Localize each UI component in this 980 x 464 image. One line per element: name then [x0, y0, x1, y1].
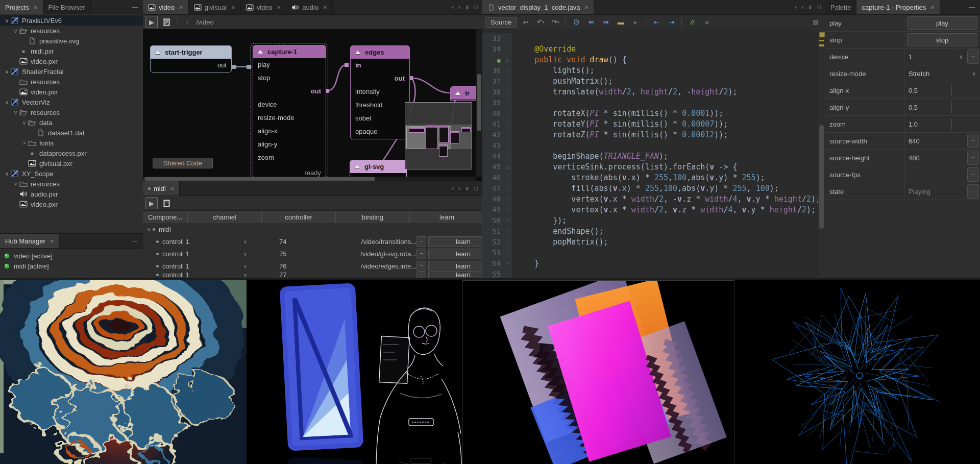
fold-rail[interactable]: [503, 269, 511, 278]
fold-rail[interactable]: │: [503, 130, 511, 140]
tree-expander-icon[interactable]: ∨: [20, 119, 28, 126]
tree-item-shaderfractal[interactable]: ∨ShaderFractal: [0, 66, 143, 77]
fold-rail[interactable]: │: [503, 194, 511, 205]
close-icon[interactable]: ×: [323, 4, 327, 11]
code-gutter[interactable]: 34: [482, 44, 503, 55]
fold-rail[interactable]: └: [503, 215, 511, 226]
port-out[interactable]: out: [253, 85, 326, 98]
shared-code-button[interactable]: Shared Code: [153, 158, 213, 168]
tree-item-video-pxr[interactable]: video.pxr: [0, 56, 143, 66]
fold-rail[interactable]: │: [503, 108, 511, 119]
fold-rail[interactable]: │: [503, 87, 511, 97]
tab-graph-video-2[interactable]: video×: [241, 0, 287, 14]
tree-expander-icon[interactable]: ∨: [3, 68, 11, 75]
tree-item-fonts[interactable]: >fonts: [0, 138, 143, 148]
property-select-value[interactable]: 1: [904, 53, 912, 61]
property-field-value[interactable]: Playing: [904, 188, 930, 196]
code-line[interactable]: 49│ vertex(v.x * width/2, v.z * width/4,…: [482, 205, 818, 215]
fold-rail[interactable]: │: [503, 226, 511, 237]
back-icon[interactable]: ↶▾: [534, 16, 547, 28]
log-icon[interactable]: [160, 197, 173, 209]
code-gutter[interactable]: 53: [482, 248, 503, 258]
property-more-button[interactable]: ┄: [967, 134, 979, 148]
midi-cell-controller[interactable]: 75: [274, 248, 353, 260]
collapse-icon[interactable]: [258, 50, 263, 54]
property-more-button[interactable]: ┄: [967, 50, 979, 64]
tab-graph-video-0[interactable]: video×: [143, 0, 189, 14]
code-line[interactable]: 36│ lights();: [482, 65, 818, 76]
expand-icon[interactable]: ▸: [629, 16, 642, 28]
fold-rail[interactable]: ⊟: [503, 55, 511, 65]
midi-cell-binding[interactable]: ┄: [353, 272, 426, 278]
code-gutter[interactable]: 46: [482, 173, 503, 183]
code-gutter[interactable]: 38: [482, 87, 503, 97]
code-line[interactable]: 47│ fill(abs(v.x) * 255,100,abs(v.y) * 2…: [482, 183, 818, 194]
code-line[interactable]: 46│ stroke(abs(v.x) * 255,100,abs(v.y) *…: [482, 173, 818, 183]
tree-expander-icon[interactable]: >: [12, 181, 19, 187]
tree-item-data[interactable]: ∨data: [0, 117, 143, 128]
collapse-icon[interactable]: [155, 51, 160, 54]
code-gutter[interactable]: 48: [482, 194, 503, 205]
code-area[interactable]: 3334 @Override◉⊟ public void draw() {36│…: [482, 29, 818, 278]
code-gutter[interactable]: ◉: [482, 55, 503, 65]
midi-column-Compone[interactable]: Compone...: [143, 211, 188, 223]
node-start-trigger[interactable]: start-trigger out: [150, 45, 232, 72]
up-level-icon[interactable]: ↑: [181, 16, 193, 28]
midi-cell-component[interactable]: controll 1: [143, 248, 243, 260]
scroll-left-icon[interactable]: ‹: [452, 185, 454, 192]
run-button[interactable]: ▶: [145, 16, 158, 28]
stop-button[interactable]: stop: [907, 33, 977, 46]
diff-sidebar-icon[interactable]: ▨: [813, 19, 818, 26]
code-gutter[interactable]: 49: [482, 205, 503, 215]
minimize-icon[interactable]: —: [969, 4, 975, 11]
code-line[interactable]: 43│: [482, 140, 818, 151]
tab-code-file[interactable]: vector_display_1_code.java ×: [482, 0, 594, 14]
code-line[interactable]: 45⊟ verticeSink.process(list).forEach(v …: [482, 162, 818, 173]
hub-root-item[interactable]: video [active]: [0, 251, 143, 261]
tree-expander-icon[interactable]: ∨: [12, 28, 19, 34]
code-gutter[interactable]: 39: [482, 97, 503, 108]
tree-expander-icon[interactable]: ∨: [12, 109, 19, 116]
fold-rail[interactable]: │: [503, 97, 511, 108]
code-gutter[interactable]: 51: [482, 226, 503, 237]
port-intensity[interactable]: intensity: [351, 85, 409, 99]
code-gutter[interactable]: 52: [482, 237, 503, 248]
code-line[interactable]: 44│ beginShape(TRIANGLE_FAN);: [482, 151, 818, 162]
chevron-down-icon[interactable]: ∨: [959, 54, 963, 60]
learn-button[interactable]: learn: [428, 249, 482, 259]
node-edges[interactable]: edges inoutintensitythresholdsobelopaque: [350, 45, 410, 139]
code-gutter[interactable]: 47: [482, 183, 503, 194]
code-line[interactable]: 39│: [482, 97, 818, 108]
graph-hscrollbar[interactable]: [143, 177, 476, 181]
tree-item-resources[interactable]: ∨resources: [0, 107, 143, 117]
port-align-y[interactable]: align-y: [253, 138, 326, 151]
collapse-icon[interactable]: [355, 51, 360, 54]
close-icon[interactable]: ×: [277, 4, 281, 11]
tree-item-video-pxr[interactable]: video.pxr: [0, 87, 143, 97]
last-edit-icon[interactable]: ↩: [520, 16, 532, 28]
midi-cell-channel[interactable]: ∨: [243, 248, 274, 260]
property-field-value[interactable]: 0.5: [904, 87, 918, 94]
find-selection-icon[interactable]: ⊙: [570, 16, 582, 28]
tree-item-resources[interactable]: ∨resources: [0, 26, 143, 36]
graph-minimap[interactable]: [405, 102, 472, 169]
midi-cell-component[interactable]: controll 1: [143, 272, 243, 278]
tab-hub-manager[interactable]: Hub Manager ×: [0, 234, 59, 248]
close-icon[interactable]: ×: [231, 4, 235, 11]
code-gutter[interactable]: 41: [482, 119, 503, 130]
midi-cell-component[interactable]: controll 1: [143, 260, 243, 272]
port-sobel[interactable]: sobel: [351, 112, 409, 125]
tree-item-midi-pxr[interactable]: midi.pxr: [0, 46, 143, 56]
tree-item-resources[interactable]: >resources: [0, 179, 143, 189]
code-line[interactable]: 34 @Override: [482, 44, 818, 55]
midi-cell-controller[interactable]: 77: [274, 272, 353, 278]
hub-root-item[interactable]: midi [active]: [0, 261, 143, 271]
toggle-highlight-icon[interactable]: ▬: [615, 16, 627, 28]
forward-icon[interactable]: ↷▾: [549, 16, 561, 28]
code-line[interactable]: 52│ popMatrix();: [482, 237, 818, 248]
midi-cell-controller[interactable]: 74: [274, 235, 353, 248]
maximize-icon[interactable]: □: [817, 4, 821, 11]
shift-right-icon[interactable]: ⇥: [665, 16, 677, 28]
next-occurrence-icon[interactable]: ⇒: [600, 16, 612, 28]
port-threshold[interactable]: threshold: [351, 99, 409, 112]
